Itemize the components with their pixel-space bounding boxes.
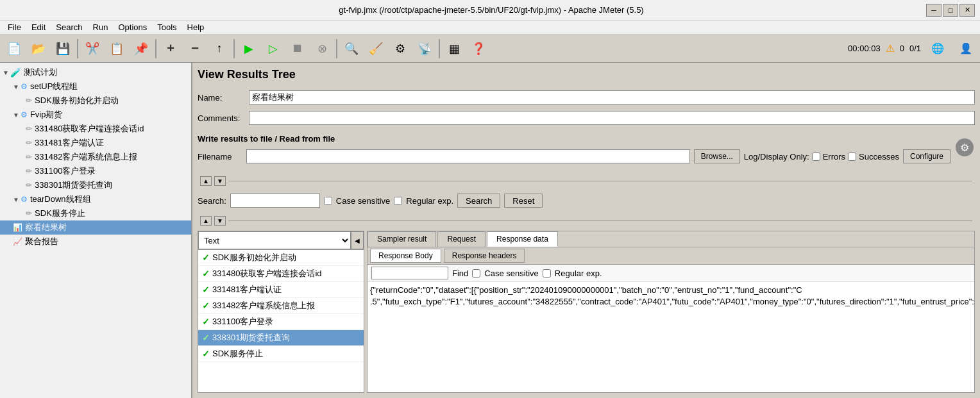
menu-edit[interactable]: Edit [26, 21, 51, 33]
timer-display: 00:00:03 [848, 44, 881, 53]
reset-button[interactable]: Reset [504, 194, 543, 208]
collapse-results-button[interactable]: ◀ [351, 231, 364, 249]
result-item-331482[interactable]: ✓ 331482客户端系统信息上报 [198, 298, 364, 314]
tree-331481-label: 331481客户端认证 [35, 137, 104, 149]
arrow-up-button-1[interactable]: ▲ [200, 176, 212, 186]
tree-331481[interactable]: ✏ 331481客户端认证 [0, 136, 191, 150]
expand-icon: ▼ [3, 69, 9, 76]
name-input[interactable] [249, 90, 975, 104]
comments-input[interactable] [249, 111, 975, 125]
separator-2 [155, 39, 156, 58]
result-item-331481[interactable]: ✓ 331481客户端认证 [198, 282, 364, 298]
result-item-sdk-init[interactable]: ✓ SDK服务初始化并启动 [198, 250, 364, 266]
tree-331100[interactable]: ✏ 331100客户登录 [0, 164, 191, 178]
case-sensitive-checkbox[interactable] [324, 197, 332, 205]
function-helper-button[interactable]: ▦ [443, 37, 466, 60]
close-button[interactable]: ✕ [959, 4, 975, 17]
arrow-down-button-2[interactable]: ▼ [214, 216, 226, 226]
copy-button[interactable]: 📋 [105, 37, 128, 60]
settings-button[interactable]: ⚙ [389, 37, 412, 60]
result-type-select[interactable]: Text HTML JSON XML [198, 231, 351, 249]
subtab-response-headers[interactable]: Response headers [444, 249, 525, 263]
gear-settings-button[interactable]: ⚙ [956, 138, 974, 156]
search-input[interactable] [230, 194, 320, 208]
result-list-header: Text HTML JSON XML ◀ [198, 231, 364, 250]
successes-checkbox[interactable] [848, 153, 856, 161]
move-up-button[interactable]: ↑ [208, 37, 231, 60]
help-button[interactable]: ❓ [467, 37, 490, 60]
menu-tools[interactable]: Tools [152, 21, 182, 33]
result-item-sdk-stop[interactable]: ✓ SDK服务停止 [198, 346, 364, 362]
minimize-button[interactable]: ─ [926, 4, 942, 17]
tree-sdk-init[interactable]: ✏ SDK服务初始化并启动 [0, 94, 191, 108]
check-icon-4: ✓ [202, 301, 210, 311]
detail-tabs: Sampler result Request Response data [368, 231, 974, 247]
response-content: {"returnCode":"0","dataset":[{"position_… [368, 282, 974, 392]
menu-run[interactable]: Run [88, 21, 114, 33]
tree-sdk-stop[interactable]: ✏ SDK服务停止 [0, 206, 191, 220]
result-item-331100[interactable]: ✓ 331100客户登录 [198, 314, 364, 330]
tree-aggregate[interactable]: 📈 聚合报告 [0, 235, 191, 249]
result-item-338301[interactable]: ✓ 338301期货委托查询 [198, 330, 364, 346]
tree-aggregate-label: 聚合报告 [25, 236, 58, 247]
tree-teardown[interactable]: ▼ ⚙ tearDown线程组 [0, 192, 191, 206]
browse-button[interactable]: Browse... [694, 149, 740, 163]
maximize-button[interactable]: □ [943, 4, 958, 17]
remove-button[interactable]: − [183, 37, 207, 60]
save-button[interactable]: 💾 [51, 37, 74, 60]
result-label-331482: 331482客户端系统信息上报 [212, 300, 315, 311]
tree-setup-label: setUP线程组 [30, 81, 78, 92]
name-label: Name: [198, 93, 249, 103]
result-item-331480[interactable]: ✓ 331480获取客户端连接会话id [198, 266, 364, 282]
configure-button[interactable]: Configure [903, 149, 950, 163]
detail-subtabs: Response Body Response headers [368, 247, 974, 265]
regular-exp-checkbox[interactable] [394, 197, 402, 205]
menu-file[interactable]: File [3, 21, 26, 33]
tree-fvip[interactable]: ▼ ⚙ Fvip期货 [0, 108, 191, 122]
tree-results-tree[interactable]: 📊 察看结果树 [0, 220, 191, 235]
new-button[interactable]: 📄 [3, 37, 26, 60]
run-button[interactable]: ▶ [237, 37, 260, 60]
separator-3 [233, 39, 235, 58]
response-text: {"returnCode":"0","dataset":[{"position_… [370, 285, 974, 306]
show-log-button[interactable]: 🔍 [340, 37, 363, 60]
cut-button[interactable]: ✂️ [81, 37, 104, 60]
find-case-sensitive-checkbox[interactable] [472, 269, 480, 278]
tab-request[interactable]: Request [437, 231, 486, 247]
find-regular-exp-checkbox[interactable] [543, 269, 551, 278]
run-thread-button[interactable]: ▷ [262, 37, 285, 60]
shutdown-button[interactable]: ⊗ [310, 37, 334, 60]
add-button[interactable]: + [159, 37, 182, 60]
arrow-up-button-2[interactable]: ▲ [200, 216, 212, 226]
remote-button[interactable]: 📡 [413, 37, 436, 60]
tree-fvip-label: Fvip期货 [30, 109, 63, 120]
root-icon: 🧪 [10, 67, 21, 78]
window-controls: ─ □ ✕ [926, 4, 975, 17]
window-title: gt-fvip.jmx (/root/ctp/apache-jmeter-5.5… [56, 5, 926, 15]
clear-all-button[interactable]: 🧹 [364, 37, 387, 60]
network-button[interactable]: 🌐 [926, 37, 949, 60]
tree-331480[interactable]: ✏ 331480获取客户端连接会话id [0, 122, 191, 136]
separator-4 [336, 39, 337, 58]
menu-help[interactable]: Help [182, 21, 210, 33]
errors-checkbox[interactable] [812, 153, 820, 161]
tree-setup[interactable]: ▼ ⚙ setUP线程组 [0, 79, 191, 94]
subtab-response-body[interactable]: Response Body [370, 249, 441, 263]
tree-338301[interactable]: ✏ 338301期货委托查询 [0, 178, 191, 192]
comments-row: Comments: [198, 111, 975, 125]
paste-button[interactable]: 📌 [130, 37, 153, 60]
arrow-down-button-1[interactable]: ▼ [214, 176, 226, 186]
menu-options[interactable]: Options [113, 21, 152, 33]
tree-root[interactable]: ▼ 🧪 测试计划 [0, 65, 191, 79]
search-button[interactable]: Search [457, 194, 500, 208]
tab-sampler-result[interactable]: Sampler result [368, 231, 436, 247]
filename-input[interactable] [246, 149, 690, 163]
open-button[interactable]: 📂 [27, 37, 50, 60]
tab-response-data[interactable]: Response data [487, 231, 558, 247]
menu-search[interactable]: Search [51, 21, 87, 33]
log-display-group: Log/Display Only: Errors Successes [744, 152, 899, 162]
find-input[interactable] [371, 267, 448, 279]
stop-button[interactable]: ⏹ [286, 37, 309, 60]
profile-button[interactable]: 👤 [954, 37, 977, 60]
tree-331482[interactable]: ✏ 331482客户端系统信息上报 [0, 150, 191, 164]
